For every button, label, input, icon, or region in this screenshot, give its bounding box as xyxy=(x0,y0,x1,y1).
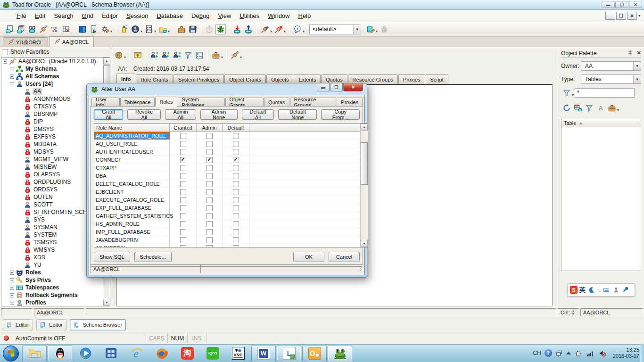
default-checkbox[interactable] xyxy=(233,245,239,248)
ime-settings-icon[interactable] xyxy=(623,287,630,294)
tray-help-icon[interactable]: ? xyxy=(545,349,552,357)
profiler-icon[interactable] xyxy=(204,24,215,34)
mdi-close-button[interactable]: ✕ xyxy=(627,12,637,20)
expand-icon[interactable]: + xyxy=(10,286,14,290)
restore-button[interactable]: ❐ xyxy=(615,1,628,8)
palette-filter2-icon[interactable] xyxy=(584,103,594,113)
role-name-cell[interactable]: AUTHENTICATEDUSER xyxy=(94,148,170,156)
palette-list-header[interactable]: Table xyxy=(561,119,641,127)
ime-fullhalf-icon[interactable] xyxy=(588,287,595,294)
tree-item-profiles[interactable]: +Profiles xyxy=(1,299,110,306)
default-checkbox[interactable] xyxy=(233,181,239,187)
menu-utilities[interactable]: Utilities xyxy=(235,10,264,21)
default-checkbox[interactable] xyxy=(233,197,239,203)
grant-all-button[interactable]: Grant All xyxy=(94,109,123,120)
admin-checkbox[interactable] xyxy=(206,173,213,179)
granted-checkbox[interactable] xyxy=(180,181,186,187)
menu-edit[interactable]: Edit xyxy=(31,10,50,21)
column-header-granted[interactable]: Granted xyxy=(170,123,197,132)
granted-checkbox[interactable] xyxy=(180,229,186,235)
admin-checkbox[interactable] xyxy=(206,181,213,187)
admin-all-button[interactable]: Admin All xyxy=(165,109,196,120)
dialog-tab-proxies[interactable]: Proxies xyxy=(337,98,363,107)
menu-session[interactable]: Session xyxy=(122,10,152,21)
browser-tab-quotas[interactable]: Quotas xyxy=(321,74,347,84)
column-header-role-name[interactable]: Role Name xyxy=(94,123,170,132)
schema-browser-icon[interactable] xyxy=(16,24,26,34)
role-name-cell[interactable]: EXP_FULL_DATABASE xyxy=(94,204,170,212)
team-coding-icon[interactable] xyxy=(77,24,88,34)
menu-editor[interactable]: Editor xyxy=(98,10,122,21)
ime-punctuation-icon[interactable]: ·, xyxy=(597,287,601,293)
scroll-down-icon[interactable]: ▼ xyxy=(103,299,110,306)
column-select-icon[interactable] xyxy=(194,50,205,60)
mdi-restore-button[interactable]: ❐ xyxy=(616,12,626,20)
tray-power-icon[interactable] xyxy=(575,349,582,357)
ok-button[interactable]: OK xyxy=(293,252,324,262)
expand-icon[interactable]: + xyxy=(10,301,14,305)
dialog-tab-roles[interactable]: Roles xyxy=(155,97,177,107)
role-name-cell[interactable]: AQ_ADMINISTRATOR_ROLE xyxy=(94,132,170,140)
save-all-icon[interactable] xyxy=(188,24,198,34)
browser-tab-proxies[interactable]: Proxies xyxy=(398,74,425,84)
copy-user-icon[interactable] xyxy=(172,50,182,60)
role-name-cell[interactable]: GATHER_SYSTEM_STATISTICS xyxy=(94,212,170,220)
taskbar-lync-button[interactable]: L xyxy=(277,345,301,362)
project-manager-icon[interactable] xyxy=(157,24,168,34)
browser-tab-object-grants[interactable]: Object Grants xyxy=(224,74,266,84)
menu-window[interactable]: Window xyxy=(264,10,294,21)
end-connection-icon[interactable] xyxy=(38,24,49,34)
session-browser-icon[interactable] xyxy=(130,24,140,34)
show-sql-button[interactable]: Show SQL xyxy=(94,252,130,262)
browser-tab-info[interactable]: Info xyxy=(116,74,135,84)
granted-checkbox[interactable] xyxy=(180,221,186,227)
default-checkbox[interactable] xyxy=(233,149,239,155)
palette-describe-icon[interactable] xyxy=(573,103,583,113)
grid-scrollbar[interactable]: ▲ ▼ xyxy=(360,123,368,247)
column-header-admin[interactable]: Admin xyxy=(197,123,223,132)
taskbar-film-button[interactable] xyxy=(99,345,123,362)
owner-combo[interactable]: AA ▼ xyxy=(582,61,641,71)
combo-arrow-icon[interactable]: ▼ xyxy=(633,75,641,83)
role-name-cell[interactable]: HS_ADMIN_ROLE xyxy=(94,220,170,228)
taskbar-outlook-button[interactable]: O🕓 xyxy=(302,345,327,362)
admin-checkbox[interactable] xyxy=(206,205,213,211)
dialog-tab-tablespace[interactable]: Tablespace xyxy=(120,98,155,107)
toolbar-overflow-icon[interactable]: ▾ xyxy=(638,14,640,18)
tree-item-my-schema[interactable]: +My Schema xyxy=(1,65,110,73)
close-button[interactable]: ✕ xyxy=(629,1,642,8)
browser-tab-system-privileges[interactable]: System Privileges xyxy=(173,74,224,84)
describe-icon[interactable]: i xyxy=(292,24,303,34)
taskbar-word-button[interactable]: W xyxy=(251,345,276,362)
default-checkbox[interactable] xyxy=(233,165,239,171)
default-checkbox[interactable] xyxy=(233,205,239,211)
admin-checkbox[interactable] xyxy=(206,141,213,147)
granted-checkbox[interactable] xyxy=(180,165,186,171)
connection-tab-aa-orcl[interactable]: AA@ORCL xyxy=(49,36,94,47)
granted-checkbox[interactable] xyxy=(180,197,186,203)
new-connection-icon[interactable] xyxy=(27,24,37,34)
admin-checkbox[interactable] xyxy=(206,221,213,227)
default-checkbox[interactable] xyxy=(233,173,239,179)
menu-search[interactable]: Search xyxy=(50,10,77,21)
dialog-tab-object-grants[interactable]: Object Grants xyxy=(225,98,264,107)
tree-item-aa-orcl-oracle-10-2-0-1-0[interactable]: −AA@ORCL (Oracle 10.2.0.1.0) xyxy=(1,58,110,65)
refresh-user-icon[interactable] xyxy=(149,50,159,60)
er-diagram-icon[interactable] xyxy=(61,24,71,34)
ime-language-toggle[interactable]: 英 xyxy=(579,286,586,294)
palette-close-icon[interactable]: ✕ xyxy=(637,50,641,56)
taskbar-ie-button[interactable]: e xyxy=(124,345,149,362)
menu-database[interactable]: Database xyxy=(152,10,187,21)
column-header-default[interactable]: Default xyxy=(223,123,249,132)
granted-checkbox[interactable] xyxy=(180,213,186,219)
menu-grid[interactable]: Grid xyxy=(78,10,98,21)
admin-checkbox[interactable] xyxy=(206,245,213,248)
expand-icon[interactable]: + xyxy=(10,67,14,71)
window-button-editor[interactable]: Editor xyxy=(3,319,33,330)
default-checkbox[interactable] xyxy=(233,189,239,195)
granted-checkbox[interactable] xyxy=(180,157,186,163)
role-name-cell[interactable]: JAVAIDPRIV xyxy=(94,244,170,247)
granted-checkbox[interactable] xyxy=(180,133,186,139)
revoke-all-button[interactable]: Revoke All xyxy=(127,109,161,120)
type-combo[interactable]: Tables ▼ xyxy=(582,74,641,84)
